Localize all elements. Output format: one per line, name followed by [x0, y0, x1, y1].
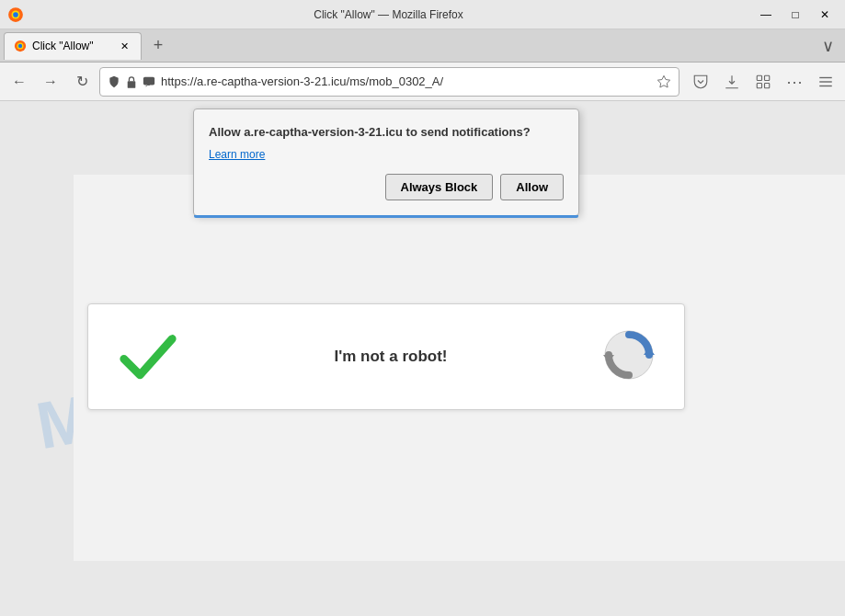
minimize-button[interactable]: — [753, 5, 779, 25]
svg-rect-7 [143, 76, 154, 85]
nav-icons-right: ⋯ [687, 68, 839, 96]
pocket-button[interactable] [687, 68, 714, 96]
recaptcha-checkmark [116, 323, 180, 391]
tab-list-button[interactable]: ∨ [815, 36, 841, 56]
new-tab-button[interactable]: + [145, 33, 171, 59]
recaptcha-label: I'm not a robot! [334, 348, 447, 366]
popup-buttons: Always Block Allow [209, 174, 564, 200]
notification-popup: Allow a.re-captha-version-3-21.icu to se… [193, 108, 579, 216]
window-title: Click "Allow" — Mozilla Firefox [24, 8, 753, 21]
svg-point-5 [18, 44, 22, 48]
popup-title: Allow a.re-captha-version-3-21.icu to se… [209, 124, 564, 141]
active-tab[interactable]: Click "Allow" ✕ [4, 32, 142, 60]
maximize-button[interactable]: □ [782, 5, 808, 25]
lock-icon [126, 75, 137, 88]
svg-rect-8 [757, 75, 761, 80]
always-block-button[interactable]: Always Block [385, 174, 494, 200]
svg-rect-9 [765, 75, 770, 80]
tab-label: Click "Allow" [32, 40, 108, 52]
svg-rect-10 [757, 83, 761, 87]
downloads-button[interactable] [718, 68, 746, 96]
browser-content: MYANTISPYWARE.COM Allow a.re-captha-vers… [0, 101, 845, 616]
address-bar[interactable]: https://a.re-captha-version-3-21.icu/ms/… [99, 67, 679, 97]
more-button[interactable]: ⋯ [781, 68, 808, 96]
svg-rect-6 [128, 81, 136, 88]
navigation-bar: ← → ↻ https://a.re-captha-version-3-21.i… [0, 63, 845, 101]
firefox-logo-icon [7, 6, 24, 23]
url-text: https://a.re-captha-version-3-21.icu/ms/… [161, 74, 651, 88]
learn-more-link[interactable]: Learn more [209, 148, 564, 161]
reload-button[interactable]: ↻ [68, 68, 96, 96]
svg-point-2 [13, 12, 18, 17]
title-bar-left [7, 6, 24, 23]
tab-bar: Click "Allow" ✕ + ∨ [0, 29, 845, 63]
popup-bottom-line [194, 215, 578, 218]
title-bar: Click "Allow" — Mozilla Firefox — □ ✕ [0, 0, 845, 29]
extensions-button[interactable] [749, 68, 777, 96]
tab-favicon-icon [14, 40, 27, 52]
back-button[interactable]: ← [6, 68, 33, 96]
menu-button[interactable] [812, 68, 839, 96]
close-button[interactable]: ✕ [812, 5, 838, 25]
svg-rect-11 [765, 83, 770, 87]
tab-close-button[interactable]: ✕ [117, 39, 131, 53]
allow-button[interactable]: Allow [500, 174, 564, 200]
forward-button[interactable]: → [37, 68, 64, 96]
window-controls: — □ ✕ [753, 5, 838, 25]
recaptcha-box: I'm not a robot! [87, 303, 685, 410]
connection-icon [143, 75, 155, 88]
recaptcha-logo-icon [601, 327, 657, 386]
bookmark-star-icon[interactable] [657, 74, 671, 89]
tracking-protection-icon [108, 75, 120, 88]
